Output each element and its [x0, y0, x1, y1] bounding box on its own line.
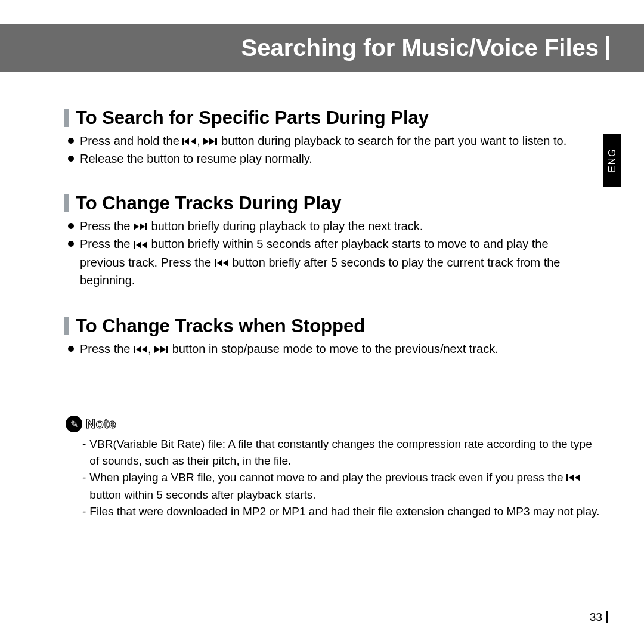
bullet-text: Press the button briefly within 5 second…	[80, 236, 575, 289]
bullet-text: Release the button to resume play normal…	[80, 150, 312, 168]
section-title: To Change Tracks when Stopped	[76, 315, 365, 337]
list-item: Release the button to resume play normal…	[68, 150, 601, 168]
list-item: Press and hold the , button during playb…	[68, 132, 601, 150]
page-title-text: Searching for Music/Voice Files	[242, 35, 599, 61]
bullet-icon	[68, 223, 74, 229]
section-bar-icon	[64, 109, 69, 127]
title-bar-icon	[606, 36, 609, 60]
note-line: - VBR(Variable Bit Rate) file: A file th…	[82, 436, 601, 469]
section-heading: To Search for Specific Parts During Play	[64, 107, 601, 129]
svg-marker-19	[160, 346, 166, 353]
svg-marker-22	[569, 474, 574, 481]
note-text: Files that were downloaded in MP2 or MP1…	[89, 503, 599, 520]
content-area: To Search for Specific Parts During Play…	[64, 107, 601, 520]
svg-marker-11	[142, 242, 147, 249]
note-body: - VBR(Variable Bit Rate) file: A file th…	[82, 436, 601, 520]
text-fragment: Press the	[80, 219, 134, 233]
bullet-icon	[68, 156, 74, 162]
note-text: When playing a VBR file, you cannot move…	[89, 469, 601, 503]
skip-back-icon	[182, 133, 197, 150]
skip-back-icon	[134, 341, 148, 358]
text-fragment: Press and hold the	[80, 134, 182, 147]
skip-forward-icon	[134, 218, 148, 236]
skip-back-icon	[566, 470, 581, 487]
svg-rect-8	[145, 223, 147, 230]
text-fragment: Press the	[80, 237, 134, 250]
text-fragment: button briefly during playback to play t…	[151, 219, 423, 233]
bullet-text: Press the , button in stop/pause mode to…	[80, 340, 499, 358]
footer-bar-icon	[606, 611, 608, 623]
list-item: Press the button briefly within 5 second…	[68, 236, 601, 289]
skip-back-icon	[215, 255, 229, 272]
text-fragment: Press the	[80, 342, 134, 355]
bullet-text: Press and hold the , button during playb…	[80, 132, 566, 150]
note-line: - Files that were downloaded in MP2 or M…	[82, 503, 601, 520]
svg-marker-18	[154, 346, 160, 353]
svg-rect-20	[166, 346, 168, 353]
note-text: VBR(Variable Bit Rate) file: A file that…	[89, 436, 601, 469]
text-fragment: ,	[148, 342, 151, 355]
bullet-list: Press the button briefly during playback…	[64, 218, 601, 289]
svg-rect-12	[215, 259, 216, 267]
list-item: Press the button briefly during playback…	[68, 218, 601, 236]
note-label: Note	[86, 416, 116, 432]
note-pencil-icon: ✎	[66, 416, 82, 432]
svg-rect-9	[134, 242, 135, 249]
svg-marker-23	[575, 474, 580, 481]
section-heading: To Change Tracks when Stopped	[64, 315, 601, 337]
svg-marker-13	[217, 259, 222, 267]
svg-marker-17	[142, 346, 147, 353]
section-bar-icon	[64, 194, 69, 212]
note-block: ✎ Note - VBR(Variable Bit Rate) file: A …	[66, 416, 601, 520]
dash-icon: -	[82, 503, 86, 520]
svg-marker-6	[134, 223, 139, 230]
bullet-icon	[68, 241, 74, 247]
svg-rect-15	[134, 346, 135, 353]
page-title: Searching for Music/Voice Files	[242, 24, 609, 72]
svg-marker-1	[184, 138, 189, 145]
list-item: Press the , button in stop/pause mode to…	[68, 340, 601, 358]
note-heading: ✎ Note	[66, 416, 601, 432]
bullet-list: Press and hold the , button during playb…	[64, 132, 601, 168]
section-title: To Change Tracks During Play	[76, 193, 342, 214]
section-heading: To Change Tracks During Play	[64, 193, 601, 214]
svg-rect-5	[215, 138, 217, 145]
dash-icon: -	[82, 436, 86, 469]
svg-marker-4	[209, 138, 215, 145]
page-number: 33	[590, 611, 608, 624]
svg-marker-14	[223, 259, 228, 267]
bullet-list: Press the , button in stop/pause mode to…	[64, 340, 601, 358]
text-fragment: Release the button to resume play normal…	[80, 152, 312, 165]
section-bar-icon	[64, 317, 69, 335]
page-number-text: 33	[590, 611, 602, 624]
text-fragment: button in stop/pause mode to move to the…	[172, 342, 499, 355]
dash-icon: -	[82, 469, 86, 503]
language-tab: ENG	[603, 134, 621, 187]
text-fragment: ,	[197, 134, 200, 147]
svg-marker-3	[203, 138, 209, 145]
skip-forward-icon	[154, 341, 169, 358]
bullet-text: Press the button briefly during playback…	[80, 218, 423, 236]
bullet-icon	[68, 138, 74, 144]
text-fragment: button during playback to search for the…	[221, 134, 566, 147]
svg-rect-21	[566, 474, 568, 481]
bullet-icon	[68, 346, 74, 352]
skip-back-icon	[134, 237, 148, 254]
note-line: - When playing a VBR file, you cannot mo…	[82, 469, 601, 503]
svg-rect-0	[182, 138, 184, 145]
skip-forward-icon	[203, 133, 218, 150]
svg-marker-2	[191, 138, 196, 145]
section-title: To Search for Specific Parts During Play	[76, 107, 429, 129]
svg-marker-10	[136, 242, 141, 249]
svg-marker-7	[140, 223, 145, 230]
svg-marker-16	[136, 346, 141, 353]
